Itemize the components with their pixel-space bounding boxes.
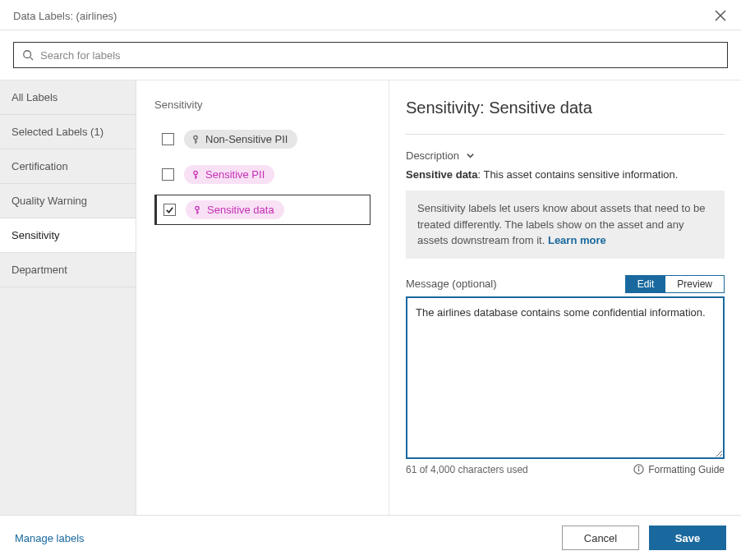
key-icon (192, 205, 202, 215)
detail-panel: Sensitivity: Sensitive data Description … (389, 80, 741, 515)
description-line: Sensitive data: This asset contains sens… (406, 168, 725, 181)
label-list-title: Sensitivity (154, 99, 370, 111)
label-row-sensitive-pii[interactable]: Sensitive PII (154, 159, 370, 190)
check-icon (165, 205, 174, 214)
checkbox[interactable] (162, 168, 174, 181)
chevron-down-icon (466, 151, 475, 160)
svg-point-7 (194, 171, 197, 174)
info-icon (633, 464, 644, 475)
search-input[interactable] (40, 49, 719, 62)
label-text: Non-Sensitive PII (205, 133, 288, 145)
close-icon (715, 10, 726, 21)
svg-point-4 (194, 135, 197, 139)
sidebar-item-quality-warning[interactable]: Quality Warning (0, 184, 136, 218)
svg-line-3 (30, 57, 34, 61)
search-icon (22, 49, 34, 61)
tab-preview[interactable]: Preview (665, 276, 724, 292)
label-list-panel: Sensitivity Non-Sensitive PII Sensitive … (136, 80, 389, 515)
message-textarea[interactable] (406, 296, 725, 459)
message-tabs: Edit Preview (625, 275, 725, 293)
message-label: Message (optional) (406, 278, 497, 290)
label-pill: Sensitive data (186, 200, 284, 219)
close-button[interactable] (713, 8, 728, 23)
label-pill: Sensitive PII (184, 165, 274, 184)
sidebar-item-selected-labels[interactable]: Selected Labels (1) (0, 115, 136, 149)
save-button[interactable]: Save (649, 526, 726, 550)
learn-more-link[interactable]: Learn more (548, 234, 606, 246)
description-body: This asset contains sensitive informatio… (483, 168, 678, 181)
manage-labels-link[interactable]: Manage labels (15, 532, 85, 544)
svg-point-2 (24, 51, 31, 58)
description-toggle[interactable]: Description (406, 149, 725, 162)
dialog-body: All Labels Selected Labels (1) Certifica… (0, 80, 741, 515)
info-box: Sensitivity labels let users know about … (406, 190, 725, 259)
dialog-footer: Manage labels Cancel Save (0, 515, 741, 560)
svg-point-15 (638, 466, 639, 467)
char-count: 61 of 4,000 characters used (406, 464, 528, 475)
label-text: Sensitive PII (205, 168, 265, 181)
dialog-title: Data Labels: (airlines) (13, 10, 117, 22)
tab-edit[interactable]: Edit (626, 276, 666, 292)
label-row-non-sensitive-pii[interactable]: Non-Sensitive PII (154, 124, 370, 154)
detail-title: Sensitivity: Sensitive data (406, 99, 725, 135)
sidebar-item-certification[interactable]: Certification (0, 149, 136, 184)
svg-point-10 (196, 206, 199, 209)
label-text: Sensitive data (207, 204, 274, 216)
footer-buttons: Cancel Save (562, 526, 726, 550)
formatting-guide-label: Formatting Guide (648, 464, 725, 475)
description-label: Description (406, 149, 459, 162)
label-pill: Non-Sensitive PII (184, 130, 297, 149)
message-footer: 61 of 4,000 characters used Formatting G… (406, 464, 725, 475)
description-name: Sensitive data (406, 168, 477, 181)
sidebar-item-department[interactable]: Department (0, 253, 136, 287)
sidebar: All Labels Selected Labels (1) Certifica… (0, 80, 136, 515)
search-box[interactable] (13, 42, 728, 68)
checkbox[interactable] (163, 204, 176, 216)
key-icon (191, 135, 200, 145)
message-header: Message (optional) Edit Preview (406, 275, 725, 293)
titlebar: Data Labels: (airlines) (0, 0, 741, 30)
cancel-button[interactable]: Cancel (562, 526, 639, 550)
sidebar-item-all-labels[interactable]: All Labels (0, 80, 136, 115)
checkbox[interactable] (162, 133, 174, 145)
formatting-guide-link[interactable]: Formatting Guide (633, 464, 725, 475)
label-row-sensitive-data[interactable]: Sensitive data (154, 195, 370, 225)
sidebar-item-sensitivity[interactable]: Sensitivity (0, 218, 136, 253)
key-icon (191, 170, 200, 180)
search-row (0, 30, 741, 80)
